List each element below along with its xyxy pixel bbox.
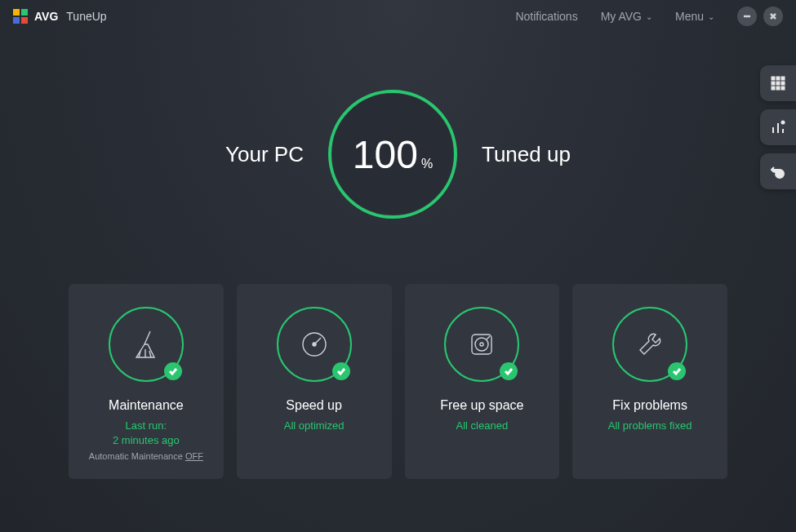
score-value: 100 <box>353 132 418 177</box>
feature-cards: Maintenance Last run: 2 minutes ago Auto… <box>0 284 796 479</box>
automatic-maintenance-toggle[interactable]: OFF <box>185 451 203 461</box>
grid-icon <box>771 76 785 91</box>
svg-rect-6 <box>772 82 775 85</box>
svg-rect-7 <box>776 82 780 85</box>
brand-name: AVG <box>34 10 58 23</box>
card-ring <box>444 307 519 382</box>
check-badge <box>332 362 350 380</box>
bar-chart-icon <box>771 120 785 135</box>
card-footnote: Automatic Maintenance OFF <box>78 451 214 461</box>
product-name: TuneUp <box>66 10 106 23</box>
titlebar: AVG TuneUp Notifications My AVG ⌄ Menu ⌄ <box>0 0 796 33</box>
wrench-icon <box>634 328 666 361</box>
svg-rect-9 <box>772 86 775 90</box>
card-free-up-space[interactable]: Free up space All cleaned <box>405 284 560 479</box>
svg-rect-5 <box>781 77 785 80</box>
side-tab-apps[interactable] <box>760 65 796 101</box>
side-tab-stats[interactable] <box>760 109 796 145</box>
check-badge <box>668 362 686 380</box>
hero-left-label: Your PC <box>225 142 304 167</box>
card-sub1: All optimized <box>247 418 382 434</box>
card-sub2: 2 minutes ago <box>78 434 214 446</box>
undo-icon <box>771 164 785 179</box>
window-controls <box>737 7 783 26</box>
card-title: Maintenance <box>78 398 214 413</box>
svg-point-15 <box>782 122 785 124</box>
card-speed-up[interactable]: Speed up All optimized <box>237 284 392 479</box>
card-title: Fix problems <box>582 398 718 413</box>
card-title: Free up space <box>415 398 550 413</box>
card-ring <box>109 307 184 382</box>
chevron-down-icon: ⌄ <box>646 12 652 21</box>
main-menu[interactable]: Menu ⌄ <box>675 10 714 23</box>
card-sub1: All problems fixed <box>582 418 718 434</box>
side-tab-undo[interactable] <box>760 153 796 189</box>
svg-line-17 <box>139 351 140 357</box>
hero-right-label: Tuned up <box>482 142 571 167</box>
menu-label: Menu <box>675 10 704 23</box>
notifications-link[interactable]: Notifications <box>515 10 577 23</box>
svg-rect-8 <box>781 82 785 85</box>
svg-line-16 <box>145 331 150 344</box>
check-badge <box>164 362 182 380</box>
gauge-icon <box>298 328 331 361</box>
score-value-container: 100 % <box>353 132 433 177</box>
close-button[interactable] <box>763 7 783 26</box>
svg-rect-10 <box>776 86 780 90</box>
avg-logo-icon <box>13 9 28 24</box>
notifications-label: Notifications <box>515 10 577 23</box>
check-badge <box>500 362 518 380</box>
disk-icon <box>465 328 498 361</box>
svg-line-26 <box>487 336 490 339</box>
broom-icon <box>130 328 162 361</box>
svg-rect-3 <box>772 77 775 80</box>
app-logo: AVG TuneUp <box>13 9 107 24</box>
svg-rect-11 <box>781 86 785 90</box>
status-hero: Your PC 100 % Tuned up <box>0 90 796 219</box>
score-unit: % <box>421 157 433 171</box>
my-avg-label: My AVG <box>601 10 642 23</box>
card-foot-prefix: Automatic Maintenance <box>89 451 185 461</box>
card-maintenance[interactable]: Maintenance Last run: 2 minutes ago Auto… <box>69 284 224 479</box>
svg-point-24 <box>475 338 488 351</box>
svg-line-19 <box>149 351 151 357</box>
minimize-button[interactable] <box>737 7 757 26</box>
svg-rect-4 <box>776 77 780 80</box>
card-fix-problems[interactable]: Fix problems All problems fixed <box>572 284 727 479</box>
chevron-down-icon: ⌄ <box>708 12 714 21</box>
card-sub1: All cleaned <box>415 418 550 434</box>
card-ring <box>277 307 352 382</box>
side-tabs <box>760 65 796 189</box>
svg-point-22 <box>313 343 316 346</box>
card-ring <box>612 307 687 382</box>
score-ring: 100 % <box>328 90 457 219</box>
card-sub1: Last run: <box>78 418 214 434</box>
svg-point-25 <box>480 343 483 346</box>
my-avg-menu[interactable]: My AVG ⌄ <box>601 10 652 23</box>
card-title: Speed up <box>247 398 382 413</box>
